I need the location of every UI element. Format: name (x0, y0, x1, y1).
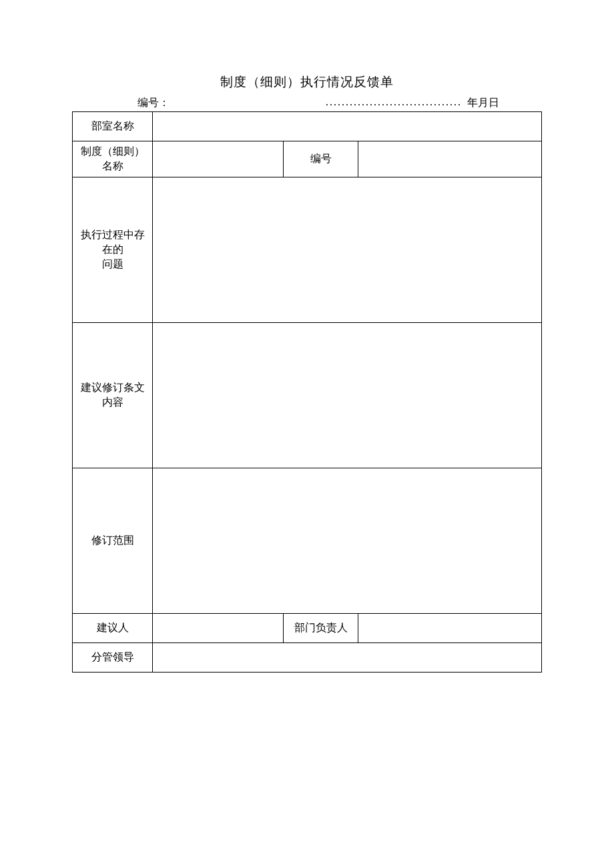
label-issues: 执行过程中存在的 问题 (73, 177, 153, 322)
value-dept-head[interactable] (358, 613, 542, 642)
label-suggestion: 建议修订条文内容 (73, 322, 153, 468)
meta-dots: .................................. (172, 96, 467, 110)
label-scope: 修订范围 (73, 468, 153, 613)
meta-date-suffix: 年月日 (467, 96, 541, 110)
value-dept-name[interactable] (153, 112, 542, 141)
row-rule-name: 制度（细则）名称 编号 (73, 141, 542, 177)
meta-number-label: 编号： (73, 96, 172, 110)
label-rule-name: 制度（细则）名称 (73, 141, 153, 177)
value-issues[interactable] (153, 177, 542, 322)
row-proposer: 建议人 部门负责人 (73, 613, 542, 642)
row-dept-name: 部室名称 (73, 112, 542, 141)
row-scope: 修订范围 (73, 468, 542, 613)
label-rule-number: 编号 (284, 141, 358, 177)
label-dept-name: 部室名称 (73, 112, 153, 141)
feedback-table: 部室名称 制度（细则）名称 编号 执行过程中存在的 问题 建议修订条文内容 修订… (72, 111, 542, 673)
value-rule-number[interactable] (358, 141, 542, 177)
value-leader[interactable] (153, 642, 542, 672)
label-issues-line1: 执行过程中存在的 (81, 229, 145, 255)
row-leader: 分管领导 (73, 642, 542, 672)
value-proposer[interactable] (153, 613, 284, 642)
row-issues: 执行过程中存在的 问题 (73, 177, 542, 322)
label-leader: 分管领导 (73, 642, 153, 672)
label-proposer: 建议人 (73, 613, 153, 642)
value-rule-name[interactable] (153, 141, 284, 177)
label-issues-line2: 问题 (102, 258, 123, 270)
label-dept-head: 部门负责人 (284, 613, 358, 642)
value-scope[interactable] (153, 468, 542, 613)
value-suggestion[interactable] (153, 322, 542, 468)
meta-row: 编号： .................................. 年… (72, 96, 542, 110)
row-suggestion: 建议修订条文内容 (73, 322, 542, 468)
form-title: 制度（细则）执行情况反馈单 (72, 73, 542, 91)
